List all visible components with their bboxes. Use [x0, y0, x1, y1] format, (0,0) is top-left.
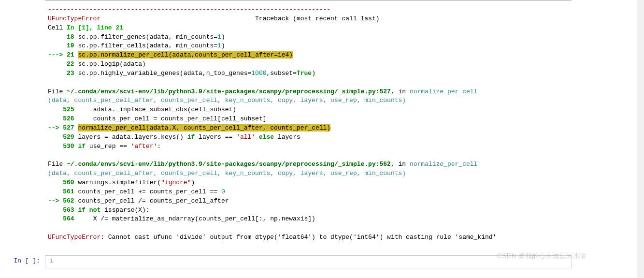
func-name-2: normalize_per_cell — [410, 161, 477, 168]
highlight-line-527: normalize_per_cell(adata — [78, 124, 168, 132]
arrow-527: --> — [48, 124, 63, 132]
input-prompt: In [ ]: — [0, 255, 45, 268]
arrow-21: ---> — [48, 51, 67, 59]
final-error-message: : Cannot cast ufunc 'divide' output from… — [100, 234, 496, 241]
line-18: sc.pp.filter_genes(adata, min_counts — [74, 33, 214, 41]
cell-label: Cell — [48, 24, 67, 31]
traceback-label: Traceback (most recent call last) — [100, 15, 379, 22]
arrow-562: --> — [48, 197, 63, 205]
file-label-1: File — [48, 88, 67, 95]
traceback-output[interactable]: ----------------------------------------… — [45, 3, 644, 245]
output-prompt — [0, 3, 45, 245]
file-label-2: File — [48, 161, 67, 168]
file-path-1: ~/.conda/envs/scvi-env/lib/python3.9/sit… — [67, 88, 391, 95]
vertical-scrollbar[interactable] — [637, 0, 644, 278]
dash-line: ----------------------------------------… — [48, 6, 330, 13]
notebook-output: ----------------------------------------… — [0, 0, 644, 268]
line-num-18: 18 — [67, 33, 74, 41]
final-error-type: UFuncTypeError — [48, 234, 100, 241]
watermark-text: CSDN @我的心永远是冰冰哒 — [497, 251, 586, 261]
line-num-19: 19 — [67, 42, 74, 49]
code-input-area[interactable]: 1 — [45, 255, 572, 268]
prev-cell-border — [45, 0, 572, 1]
file-path-2: ~/.conda/envs/scvi-env/lib/python3.9/sit… — [67, 161, 391, 168]
highlight-line-21: sc — [78, 51, 86, 59]
func-name-1: normalize_per_cell — [410, 88, 477, 95]
error-type: UFuncTypeError — [48, 15, 100, 22]
cell-location: In [1], line 21 — [67, 24, 123, 31]
